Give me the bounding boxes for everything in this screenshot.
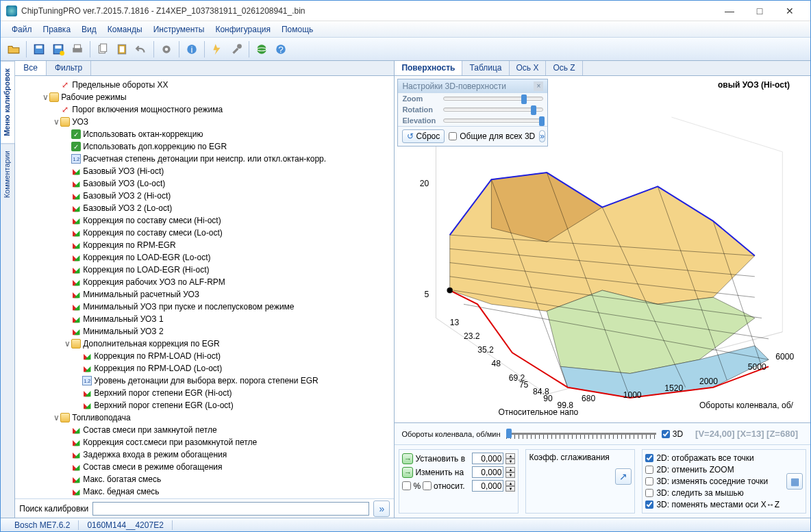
- tree-node[interactable]: Задержка входа в режим обогащения: [19, 448, 390, 461]
- undo-icon[interactable]: [132, 40, 150, 58]
- tree-node[interactable]: ∨УОЗ: [19, 116, 390, 128]
- rtab-axis-z[interactable]: Ось Z: [546, 61, 582, 75]
- apply-smooth-icon[interactable]: ↗: [615, 468, 632, 485]
- print-icon[interactable]: [68, 40, 86, 58]
- relative-checkbox[interactable]: [423, 481, 432, 490]
- rtab-table[interactable]: Таблица: [462, 61, 509, 75]
- surface-3d-plot[interactable]: 5 20: [408, 110, 797, 422]
- tree-node[interactable]: Базовый УОЗ (Hi-oct): [19, 165, 390, 177]
- opt-3d-followmouse[interactable]: 3D: следить за мышью: [645, 487, 779, 498]
- tree-node[interactable]: Уровень детонации для выбора верх. порог…: [19, 375, 390, 387]
- tree-node[interactable]: Состав смеси при замкнутой петле: [19, 424, 390, 436]
- relative-input[interactable]: [472, 480, 503, 492]
- tree-node[interactable]: ∨Дополнительная коррекция по EGR: [19, 338, 390, 350]
- tree-node[interactable]: Коррекция по LOAD-EGR (Hi-oct): [19, 264, 390, 276]
- tree-node[interactable]: Коррекция по RPM-EGR: [19, 239, 390, 251]
- change-by-button[interactable]: →: [402, 467, 413, 478]
- svg-text:90: 90: [544, 394, 553, 403]
- tree-node[interactable]: Расчетная степень детонации при неиспр. …: [19, 153, 390, 165]
- menu-file[interactable]: Файл: [6, 23, 38, 36]
- svg-text:1520: 1520: [665, 383, 684, 393]
- tree-node[interactable]: Макс. богатая смесь: [19, 473, 390, 485]
- tree-node[interactable]: Минимальный УОЗ 2: [19, 325, 390, 338]
- tree-node[interactable]: Коррекция сост.смеси при разомкнутой пет…: [19, 436, 390, 448]
- tree-node[interactable]: Коррекция по составу смеси (Hi-oct): [19, 214, 390, 227]
- vtab-calibrations[interactable]: Меню калибровок: [1, 61, 14, 143]
- search-next-icon[interactable]: »: [373, 501, 390, 517]
- copy-icon[interactable]: [94, 40, 112, 58]
- svg-text:1000: 1000: [623, 390, 642, 400]
- rotation-slider[interactable]: [443, 107, 543, 112]
- tree-node[interactable]: Коррекция по RPM-LOAD (Lo-oct): [19, 362, 390, 375]
- set-to-input[interactable]: [472, 453, 503, 464]
- tree-node[interactable]: Состав смеси в режиме обогащения: [19, 461, 390, 473]
- close-button[interactable]: ✕: [775, 3, 805, 18]
- save-as-icon[interactable]: [49, 40, 67, 58]
- tree-node[interactable]: Коррекция рабочих УОЗ по ALF-RPM: [19, 276, 390, 288]
- tree-node[interactable]: Макс. бедная смесь: [19, 485, 390, 498]
- tree-node[interactable]: Предельные обороты XX: [19, 79, 390, 91]
- menu-config[interactable]: Конфигурация: [210, 23, 276, 36]
- opt-2d-unzoom[interactable]: 2D: отменить ZOOM: [645, 464, 779, 475]
- spinner-icon[interactable]: ▲▼: [506, 453, 515, 464]
- rtab-surface[interactable]: Поверхность: [395, 61, 462, 75]
- opt-3d-swapaxes[interactable]: 3D: поменять местами оси X↔Z: [645, 499, 779, 510]
- change-by-input[interactable]: [472, 466, 503, 478]
- panel-close-icon[interactable]: ×: [534, 81, 543, 91]
- zoom-slider[interactable]: [443, 97, 543, 101]
- tree-node[interactable]: Коррекция по RPM-LOAD (Hi-oct): [19, 350, 390, 362]
- open-icon[interactable]: [5, 40, 23, 58]
- menu-edit[interactable]: Правка: [38, 23, 77, 36]
- pct-checkbox[interactable]: [402, 481, 411, 490]
- set-to-button[interactable]: →: [402, 453, 413, 464]
- svg-text:48: 48: [492, 359, 501, 368]
- tree-node[interactable]: Коррекция по составу смеси (Lo-oct): [19, 227, 390, 239]
- 3d-checkbox[interactable]: 3D: [662, 429, 683, 440]
- rtab-axis-x[interactable]: Ось X: [510, 61, 547, 75]
- app-icon: [6, 5, 17, 16]
- tree-node[interactable]: Использовать доп.коррекцию по EGR: [19, 140, 390, 153]
- minimize-button[interactable]: —: [714, 3, 745, 18]
- tree-node[interactable]: Верхний порог степени EGR (Lo-oct): [19, 399, 390, 411]
- reset-button[interactable]: ↺Сброс: [402, 129, 445, 143]
- tree-node[interactable]: Порог включения мощностного режима: [19, 103, 390, 116]
- common-all-3d-checkbox[interactable]: Общие для всех 3D: [449, 131, 535, 142]
- menu-tools[interactable]: Инструменты: [148, 23, 210, 36]
- tree-node[interactable]: Верхний порог степени EGR (Hi-oct): [19, 387, 390, 399]
- globe-icon[interactable]: [253, 40, 271, 58]
- help-icon[interactable]: ?: [272, 40, 290, 58]
- tree-node[interactable]: Базовый УОЗ 2 (Hi-oct): [19, 190, 390, 202]
- ltab-all[interactable]: Все: [15, 61, 47, 75]
- tool-icon[interactable]: [227, 40, 245, 58]
- search-input[interactable]: [92, 502, 369, 516]
- tree-node[interactable]: Коррекция по LOAD-EGR (Lo-oct): [19, 251, 390, 264]
- opt-2d-allpoints[interactable]: 2D: отображать все точки: [645, 453, 779, 464]
- save-icon[interactable]: [30, 40, 48, 58]
- tree-node[interactable]: Минимальный расчетный УОЗ: [19, 288, 390, 301]
- calibration-tree[interactable]: Предельные обороты XX∨Рабочие режимыПоро…: [15, 76, 394, 498]
- elevation-slider[interactable]: [443, 118, 543, 123]
- tree-node[interactable]: ∨Рабочие режимы: [19, 91, 390, 103]
- grid-icon[interactable]: ▦: [786, 473, 803, 490]
- flash-icon[interactable]: [208, 40, 226, 58]
- paste-icon[interactable]: [113, 40, 131, 58]
- menu-view[interactable]: Вид: [76, 23, 102, 36]
- tree-node[interactable]: Базовый УОЗ 2 (Lo-oct): [19, 202, 390, 214]
- tree-node[interactable]: Минимальный УОЗ при пуске и послепусково…: [19, 301, 390, 313]
- tree-node[interactable]: Базовый УОЗ (Lo-oct): [19, 177, 390, 190]
- info-icon[interactable]: i: [183, 40, 201, 58]
- tree-node[interactable]: Использовать октан-коррекцию: [19, 128, 390, 140]
- rpm-slider[interactable]: [506, 427, 656, 441]
- maximize-button[interactable]: □: [745, 3, 775, 18]
- gear-icon[interactable]: [158, 40, 175, 58]
- vtab-comments[interactable]: Комментарии: [1, 143, 14, 205]
- menu-help[interactable]: Помощь: [276, 23, 319, 36]
- tree-node[interactable]: ∨Топливоподача: [19, 411, 390, 424]
- expand-icon[interactable]: »: [539, 130, 545, 142]
- menu-commands[interactable]: Команды: [102, 23, 148, 36]
- chart-area[interactable]: Настройки 3D-поверхности× Zoom Rotation …: [395, 76, 810, 422]
- svg-text:2000: 2000: [699, 377, 718, 386]
- opt-3d-neighbors[interactable]: 3D: изменять соседние точки: [645, 476, 779, 487]
- tree-node[interactable]: Минимальный УОЗ 1: [19, 313, 390, 325]
- ltab-filter[interactable]: Фильтр: [47, 61, 91, 75]
